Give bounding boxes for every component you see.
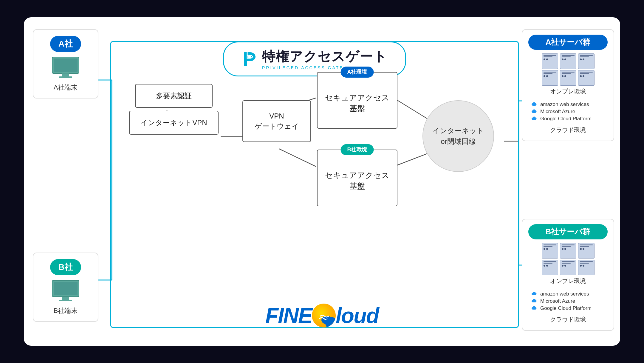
server-group-a-badge: A社サーバ群 bbox=[528, 35, 608, 50]
rack-unit bbox=[542, 260, 558, 275]
cloud-icon bbox=[531, 292, 538, 296]
server-group-b: B社サーバ群 bbox=[522, 219, 614, 331]
top-banner: 特権アクセスゲート PRIVILEGED ACCESS GATE bbox=[223, 41, 406, 76]
cloud-item-label: amazon web services bbox=[540, 101, 589, 107]
rack-unit bbox=[542, 243, 558, 259]
company-a-monitor-icon bbox=[51, 56, 80, 79]
cloud-item: Microsoft Azure bbox=[531, 109, 605, 115]
internet-circle: インターネット or閉域回線 bbox=[422, 100, 494, 172]
fineqloud-logo: FINE loud bbox=[265, 303, 379, 328]
server-group-b-badge: B社サーバ群 bbox=[528, 224, 608, 239]
pag-main-text: 特権アクセスゲート bbox=[262, 48, 387, 65]
server-group-a-onprem-label: オンプレ環境 bbox=[528, 87, 608, 96]
internet-vpn-label: インターネットVPN bbox=[140, 118, 207, 128]
rack-unit bbox=[578, 53, 595, 69]
secure-access-a-box: A社環境 セキュアアクセス 基盤 bbox=[317, 72, 397, 129]
vpn-gateway-box: VPN ゲートウェイ bbox=[242, 100, 311, 142]
server-group-a: A社サーバ群 bbox=[522, 29, 614, 141]
server-group-b-onprem: オンプレ環境 bbox=[528, 243, 608, 285]
svg-rect-19 bbox=[62, 297, 69, 300]
vpn-gateway-label: VPN ゲートウェイ bbox=[255, 111, 299, 131]
cloud-item: Google Cloud Platform bbox=[531, 305, 605, 311]
rack-unit bbox=[542, 53, 558, 69]
env-a-label: セキュアアクセス 基盤 bbox=[325, 92, 389, 114]
internet-circle-text: インターネット or閉域回線 bbox=[432, 125, 484, 147]
pag-sub-text: PRIVILEGED ACCESS GATE bbox=[262, 65, 344, 70]
company-a-box: A社 A社端末 bbox=[33, 29, 98, 99]
rack-unit bbox=[578, 70, 595, 86]
cloud-item-label: Microsoft Azure bbox=[540, 109, 575, 115]
rack-unit bbox=[560, 243, 576, 259]
company-a-badge: A社 bbox=[50, 36, 81, 52]
rack-unit bbox=[578, 260, 595, 275]
company-b-box: B社 B社端末 bbox=[33, 253, 98, 322]
svg-rect-16 bbox=[59, 76, 72, 78]
svg-rect-18 bbox=[54, 282, 78, 295]
rack-unit bbox=[578, 243, 595, 259]
cloud-item: Microsoft Azure bbox=[531, 298, 605, 304]
svg-rect-14 bbox=[54, 59, 78, 72]
rack-unit bbox=[560, 260, 576, 275]
internet-vpn-box: インターネットVPN bbox=[129, 111, 219, 135]
svg-rect-15 bbox=[62, 73, 69, 76]
svg-point-21 bbox=[248, 55, 251, 58]
env-a-badge: A社環境 bbox=[341, 67, 374, 78]
cloud-icon bbox=[531, 306, 538, 311]
cloud-item-label: amazon web services bbox=[540, 291, 589, 297]
rack-unit bbox=[560, 70, 576, 86]
multi-auth-label: 多要素認証 bbox=[156, 91, 192, 101]
company-b-terminal-label: B社端末 bbox=[54, 306, 78, 315]
company-a-terminal-label: A社端末 bbox=[54, 83, 78, 92]
pag-logo-icon bbox=[242, 51, 257, 67]
cloud-item: Google Cloud Platform bbox=[531, 116, 605, 122]
cloud-icon bbox=[531, 116, 538, 121]
cloud-icon bbox=[531, 299, 538, 304]
cloud-item-label: Google Cloud Platform bbox=[540, 305, 592, 311]
cloud-item-label: Microsoft Azure bbox=[540, 298, 575, 304]
loud-text: loud bbox=[336, 303, 379, 328]
secure-access-b-box: B社環境 セキュアアクセス 基盤 bbox=[317, 150, 397, 206]
fine-text: FINE bbox=[265, 303, 312, 328]
q-icon bbox=[312, 304, 336, 327]
server-group-a-cloud-label: クラウド環境 bbox=[528, 126, 608, 134]
env-b-label: セキュアアクセス 基盤 bbox=[325, 170, 389, 192]
diagram-container: A社 A社端末 B社 B社端末 bbox=[0, 0, 644, 363]
cloud-item: amazon web services bbox=[531, 291, 605, 297]
main-area: A社 A社端末 B社 B社端末 bbox=[24, 17, 620, 346]
rack-unit bbox=[560, 53, 576, 69]
cloud-item: amazon web services bbox=[531, 101, 605, 107]
svg-rect-20 bbox=[59, 300, 72, 301]
server-group-b-onprem-label: オンプレ環境 bbox=[528, 277, 608, 285]
cloud-item-label: Google Cloud Platform bbox=[540, 116, 592, 122]
cloud-icon bbox=[531, 102, 538, 107]
rack-unit bbox=[542, 70, 558, 86]
company-b-monitor-icon bbox=[51, 279, 80, 303]
multi-auth-box: 多要素認証 bbox=[135, 84, 213, 108]
server-group-b-cloud-items: amazon web services Microsoft Azure Goog… bbox=[528, 289, 608, 314]
company-b-badge: B社 bbox=[50, 259, 81, 275]
center-box: 特権アクセスゲート PRIVILEGED ACCESS GATE 多要素認証 イ… bbox=[110, 41, 519, 328]
cloud-icon bbox=[531, 109, 538, 114]
server-group-a-onprem: オンプレ環境 bbox=[528, 53, 608, 96]
server-group-b-cloud-label: クラウド環境 bbox=[528, 316, 608, 324]
server-group-a-cloud-items: amazon web services Microsoft Azure Goog… bbox=[528, 99, 608, 124]
env-b-badge: B社環境 bbox=[341, 144, 374, 155]
